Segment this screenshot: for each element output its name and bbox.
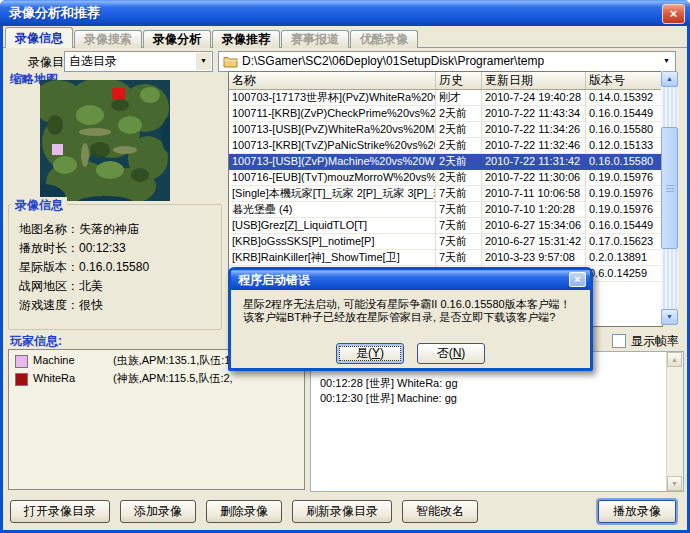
replay-path-combobox[interactable]: D:\SGamer\SC2\06Deploy\01SetupDisk\Progr… — [218, 51, 676, 72]
table-row[interactable]: 暮光堡壘 (4) 7天前 2010-7-10 1:20:28 0.19.0.15… — [229, 202, 662, 218]
field-label: 地图名称： — [19, 222, 79, 236]
action-button[interactable]: 刷新录像目录 — [292, 500, 392, 523]
tab[interactable]: 录像搜索 — [74, 30, 142, 48]
cell-date: 2010-7-22 11:31:42 — [482, 154, 586, 170]
player-detail: (神族,APM:115.5,队伍:2, — [113, 371, 233, 386]
table-header: 名称 历史 更新日期 版本号 — [229, 72, 662, 90]
play-replay-button[interactable]: 播放录像 — [598, 500, 676, 523]
table-row[interactable]: 100713-[KRB](TvZ)PaNicStrike%20vs%20GoGo… — [229, 138, 662, 154]
minimap-violet-marker — [52, 144, 63, 155]
action-button[interactable]: 智能改名 — [402, 500, 478, 523]
cell-version: 0.6.0.14259 — [586, 266, 662, 282]
cell-history: 7天前 — [436, 218, 482, 234]
player-name: Machine — [33, 353, 75, 368]
app-window: 录像分析和推荐 × 录像信息 录像搜索 录像分析 录像推荐 — [0, 0, 690, 533]
field-value: 0.16.0.15580 — [79, 260, 149, 274]
chevron-down-icon[interactable]: ▼ — [659, 53, 674, 70]
play-replay-label: 播放录像 — [613, 504, 661, 518]
replay-dir-value: 自选目录 — [69, 52, 117, 70]
tab[interactable]: 录像分析 — [143, 30, 211, 48]
chat-scrollbar[interactable]: ▲ ▼ — [666, 352, 683, 491]
tab-label: 优酷录像 — [360, 32, 408, 46]
tab[interactable]: 优酷录像 — [350, 30, 418, 48]
scroll-up-icon[interactable]: ▲ — [667, 352, 682, 367]
cell-history: 2天前 — [436, 170, 482, 186]
table-row[interactable]: 100713-[USB](ZvP)Machine%20vs%20WhiteRa … — [229, 154, 662, 170]
tab-label: 录像信息 — [15, 31, 63, 45]
dialog-message-line1: 星际2程序无法启动, 可能没有星际争霸II 0.16.0.15580版本客户端！ — [243, 298, 590, 311]
replay-dir-select[interactable]: 自选目录 ▼ — [64, 51, 213, 72]
scrollbar-thumb[interactable] — [661, 127, 678, 249]
table-row[interactable]: 100711-[KRB](ZvP)CheckPrime%20vs%20Snow … — [229, 106, 662, 122]
title-bar[interactable]: 录像分析和推荐 × — [0, 0, 690, 26]
thumb-grip — [666, 185, 674, 186]
dialog-close-button[interactable]: × — [569, 272, 586, 287]
show-fps-label: 显示帧率 — [631, 333, 679, 350]
chat-log: 00:12:28 [世界] WhiteRa: gg00:12:30 [世界] M… — [310, 351, 684, 492]
cell-version: 0.16.0.15449 — [586, 106, 662, 122]
table-row[interactable]: [KRB]oGssSKS[P]_notime[P] 7天前 2010-6-27 … — [229, 234, 662, 250]
dialog-title-bar[interactable]: 程序启动错误 × — [231, 270, 590, 290]
field-label: 播放时长： — [19, 241, 79, 255]
cell-version: 0.16.0.15449 — [586, 218, 662, 234]
table-row[interactable]: [USB]Grez[Z]_LiquidTLO[T] 7天前 2010-6-27 … — [229, 218, 662, 234]
column-header-name[interactable]: 名称 — [229, 72, 436, 89]
scroll-down-icon[interactable]: ▼ — [661, 309, 678, 325]
tab[interactable]: 录像推荐 — [212, 30, 280, 48]
replay-info-fields: 地图名称：失落的神庙 播放时长：00:12:33 星际版本：0.16.0.155… — [9, 205, 221, 315]
replay-info-row: 战网地区：北美 — [19, 277, 221, 296]
cell-version: 0.17.0.15623 — [586, 234, 662, 250]
tab-label: 录像分析 — [153, 32, 201, 46]
action-button[interactable]: 删除录像 — [206, 500, 282, 523]
column-header-version[interactable]: 版本号 — [586, 72, 662, 89]
action-button-label: 添加录像 — [134, 504, 182, 518]
action-button[interactable]: 添加录像 — [120, 500, 196, 523]
chevron-down-icon[interactable]: ▼ — [196, 53, 211, 70]
yes-button[interactable]: 是(Y) — [336, 343, 404, 364]
yes-label: 是( — [356, 346, 372, 360]
player-detail: (虫族,APM:135.1,队伍:1, — [113, 353, 233, 368]
replay-info-row: 星际版本：0.16.0.15580 — [19, 258, 221, 277]
table-row[interactable]: 100703-[17173世界杯](PvZ)WhiteRa%20vs% 刚才 2… — [229, 90, 662, 106]
replay-info-row: 地图名称：失落的神庙 — [19, 220, 221, 239]
field-value: 00:12:33 — [79, 241, 126, 255]
action-button[interactable]: 打开录像目录 — [10, 500, 110, 523]
column-header-date[interactable]: 更新日期 — [482, 72, 586, 89]
tab[interactable]: 录像信息 — [5, 27, 73, 48]
action-bar: 打开录像目录 添加录像 删除录像 刷新录像目录 智能改名 — [10, 500, 478, 523]
cell-history: 2天前 — [436, 122, 482, 138]
table-scrollbar[interactable]: ▲ ▼ — [661, 71, 678, 325]
cell-date: 2010-7-22 11:34:26 — [482, 122, 586, 138]
window-title: 录像分析和推荐 — [9, 4, 100, 22]
chat-line: 00:12:30 [世界] Machine: gg — [320, 391, 663, 406]
tab[interactable]: 赛事报道 — [281, 30, 349, 48]
scroll-up-icon[interactable]: ▲ — [661, 71, 678, 87]
table-row[interactable]: 100713-[USB](PvZ)WhiteRa%20vs%20Machine … — [229, 122, 662, 138]
cell-date: 2010-3-23 9:57:08 — [482, 250, 586, 266]
scroll-down-icon[interactable]: ▼ — [667, 476, 682, 491]
player-row[interactable]: WhiteRa (神族,APM:115.5,队伍:2, — [9, 371, 304, 386]
table-row[interactable]: [Single]本機玩家[T]_玩家 2[P]_玩家 3[P]_玩 7天前 20… — [229, 186, 662, 202]
cell-version: 0.16.0.15580 — [586, 154, 662, 170]
column-header-history[interactable]: 历史 — [436, 72, 482, 89]
action-button-label: 智能改名 — [416, 504, 464, 518]
cell-name: 100713-[USB](PvZ)WhiteRa%20vs%20Machine — [229, 122, 436, 138]
replay-info-title: 录像信息 — [11, 197, 67, 214]
cell-history: 7天前 — [436, 234, 482, 250]
cell-version: 0.2.0.13891 — [586, 250, 662, 266]
window-close-button[interactable]: × — [662, 4, 685, 24]
cell-version: 0.14.0.15392 — [586, 90, 662, 106]
yes-accel-key: Y — [372, 346, 380, 360]
table-row[interactable]: [KRB]RainKiller[神]_ShowTime[卫] 7天前 2010-… — [229, 250, 662, 266]
cell-date: 2010-6-27 15:34:06 — [482, 218, 586, 234]
show-fps-checkbox[interactable] — [612, 334, 626, 348]
players-label: 玩家信息: — [10, 333, 62, 350]
cell-name: 100716-[EUB](TvT)mouzMorroW%20vs%20Pre — [229, 170, 436, 186]
table-row[interactable]: 100716-[EUB](TvT)mouzMorroW%20vs%20Pre 2… — [229, 170, 662, 186]
dialog-message-line2: 该客户端BT种子已经放在星际管家目录, 是否立即下载该客户端? — [243, 311, 590, 324]
cell-date: 2010-6-27 15:31:42 — [482, 234, 586, 250]
cell-name: 100713-[KRB](TvZ)PaNicStrike%20vs%20GoGo — [229, 138, 436, 154]
no-button[interactable]: 否(N) — [417, 343, 485, 364]
replay-info-row: 播放时长：00:12:33 — [19, 239, 221, 258]
tab-label: 录像搜索 — [84, 32, 132, 46]
